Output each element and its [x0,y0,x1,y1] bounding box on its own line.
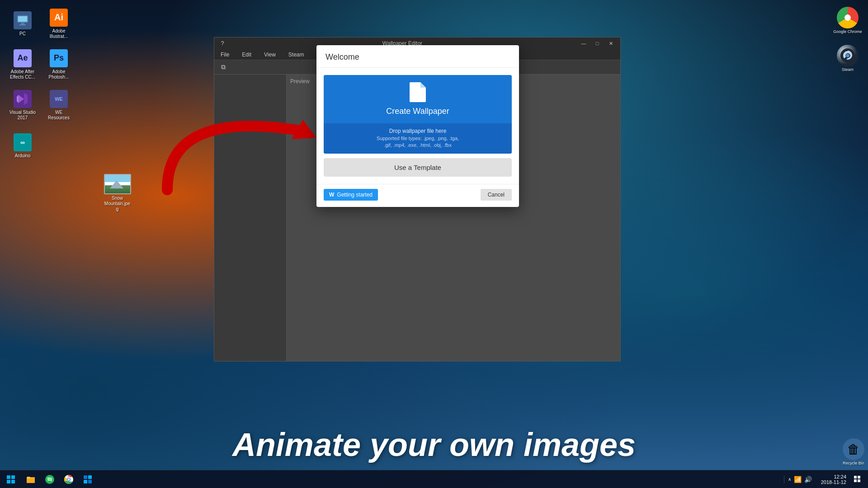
drop-text: Drop wallpaper file here [389,128,447,134]
svg-rect-9 [7,475,10,479]
supported-types-text: Supported file types: .jpeg, .png, .tga,… [377,135,459,149]
taskbar-date-value: 2018-11-12 [821,479,846,485]
svg-rect-23 [858,476,860,479]
menu-edit[interactable]: Edit [239,51,254,59]
dialog-title: Welcome [326,52,359,61]
svg-rect-3 [18,16,27,22]
desktop-icon-ae-label: Adobe AfterEffects CC... [10,69,35,80]
welcome-dialog: Welcome Create Wallpaper Drop wallpaper … [316,45,519,207]
desktop-icon-arduino[interactable]: ∞ Arduino [5,127,41,165]
preview-label: Preview [290,78,310,84]
create-wallpaper-bottom: Drop wallpaper file here Supported file … [324,123,512,154]
svg-rect-2 [19,24,26,25]
taskbar-spotify[interactable] [41,471,59,488]
svg-point-7 [846,54,849,57]
window-sidebar [214,75,287,361]
taskbar-volume-icon[interactable]: 🔊 [804,476,812,483]
tray-icon-steam[interactable]: Steam [830,40,866,76]
getting-started-button[interactable]: W Getting started [324,189,378,201]
taskbar-chevron-icon[interactable]: ∧ [788,477,791,482]
create-wallpaper-button[interactable]: Create Wallpaper Drop wallpaper file her… [324,75,512,154]
desktop-icon-vs-label: Visual Studio2017 [9,110,36,121]
taskbar-pinned-icons [22,471,97,488]
desktop-icon-ps[interactable]: Ps AdobePhotosh... [41,45,77,84]
window-help-button[interactable]: ? [218,39,227,48]
taskbar-file-explorer[interactable] [22,471,40,488]
file-icon [410,82,426,102]
svg-point-17 [68,478,70,480]
dialog-header: Welcome [316,45,519,68]
create-wallpaper-top: Create Wallpaper [324,75,512,123]
svg-rect-11 [7,480,10,483]
window-minimize-button[interactable]: — [578,39,590,48]
tray-icons-container: Google Chrome Steam [827,0,868,355]
w-icon: W [329,192,334,198]
svg-rect-19 [88,475,92,479]
taskbar-clock[interactable]: 12:24 2018-11-12 [817,474,850,485]
desktop-icon-ae[interactable]: Ae Adobe AfterEffects CC... [5,45,41,84]
desktop-icon-pc-label: PC [19,31,26,37]
desktop-icon-we-label: WEResources [48,110,70,121]
svg-rect-24 [854,479,857,482]
taskbar-system-icons: ∧ 📶 🔊 [784,476,816,483]
dialog-footer: W Getting started Cancel [316,184,519,207]
getting-started-label: Getting started [337,192,373,198]
svg-rect-18 [84,475,87,479]
taskbar-settings[interactable] [79,471,97,488]
menu-file[interactable]: File [218,51,232,59]
use-template-button[interactable]: Use a Template [324,158,512,177]
window-controls: — □ ✕ [578,39,617,48]
snow-mountain-label: SnowMountain.jpeg [104,196,130,212]
toolbar-copy-button[interactable]: ⧉ [218,62,229,73]
taskbar-notification-button[interactable] [852,475,863,483]
snow-mountain-file[interactable]: SnowMountain.jpeg [100,174,134,212]
window-close-button[interactable]: ✕ [605,39,617,48]
svg-rect-21 [88,480,92,483]
chrome-icon-label: Google Chrome [833,29,862,34]
window-restore-button[interactable]: □ [591,39,603,48]
svg-rect-1 [21,23,24,24]
desktop-icon-ps-label: AdobePhotosh... [48,69,69,80]
taskbar-time-value: 12:24 [834,474,846,479]
dialog-body: Create Wallpaper Drop wallpaper file her… [316,68,519,184]
snow-mountain-thumbnail [104,174,131,194]
desktop-icon-we[interactable]: WE WEResources [41,86,77,124]
steam-icon-label: Steam [842,67,854,72]
cancel-button[interactable]: Cancel [481,189,512,201]
menu-steam[interactable]: Steam [286,51,307,59]
svg-text:∞: ∞ [20,139,25,146]
desktop-icon-pc[interactable]: PC [5,5,41,43]
desktop-icons-container: PC Ai AdobeIllustrat... Ae Adobe AfterEf… [5,5,77,208]
svg-rect-20 [84,480,87,483]
desktop-icon-vs[interactable]: Visual Studio2017 [5,86,41,124]
create-wallpaper-title: Create Wallpaper [386,107,449,116]
desktop-icon-ai-label: AdobeIllustrat... [50,28,68,39]
taskbar-network-icon[interactable]: 📶 [794,476,802,483]
bottom-text-container: Animate your own images [0,426,868,463]
taskbar-chrome[interactable] [60,471,78,488]
svg-rect-12 [11,480,15,483]
bottom-animate-text: Animate your own images [232,427,636,463]
chrome-app-icon [837,7,859,28]
start-button[interactable] [2,471,20,488]
taskbar: ∧ 📶 🔊 12:24 2018-11-12 [0,470,868,488]
svg-rect-22 [854,476,857,479]
taskbar-right-area: ∧ 📶 🔊 12:24 2018-11-12 [784,474,866,485]
steam-app-icon [837,45,859,66]
svg-rect-25 [858,479,860,482]
desktop-icon-ai[interactable]: Ai AdobeIllustrat... [41,5,77,43]
desktop-icon-arduino-label: Arduino [15,153,30,159]
menu-view[interactable]: View [261,51,278,59]
svg-rect-10 [11,475,15,479]
tray-icon-chrome[interactable]: Google Chrome [830,2,866,38]
